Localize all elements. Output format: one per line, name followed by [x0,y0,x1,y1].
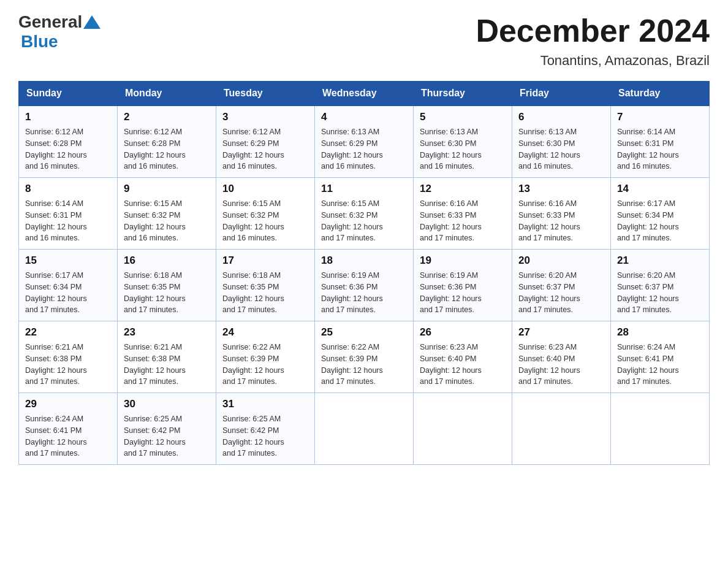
day-info: Sunrise: 6:18 AMSunset: 6:35 PMDaylight:… [222,270,308,316]
day-number: 30 [124,398,210,410]
day-info: Sunrise: 6:21 AMSunset: 6:38 PMDaylight:… [124,342,210,388]
day-number: 9 [124,183,210,195]
day-number: 22 [25,326,111,339]
day-number: 4 [321,111,407,123]
day-info: Sunrise: 6:13 AMSunset: 6:30 PMDaylight:… [518,126,604,172]
day-info: Sunrise: 6:25 AMSunset: 6:42 PMDaylight:… [124,413,210,459]
header-saturday: Saturday [611,82,710,106]
day-number: 8 [25,183,111,195]
calendar-cell: 23Sunrise: 6:21 AMSunset: 6:38 PMDayligh… [118,321,216,393]
day-number: 11 [321,183,407,195]
calendar-cell: 5Sunrise: 6:13 AMSunset: 6:30 PMDaylight… [414,105,512,178]
day-number: 24 [222,326,308,339]
logo-blue-text: Blue [21,32,58,52]
calendar-cell: 31Sunrise: 6:25 AMSunset: 6:42 PMDayligh… [216,393,315,465]
day-number: 25 [321,326,407,339]
calendar-cell: 28Sunrise: 6:24 AMSunset: 6:41 PMDayligh… [611,321,710,393]
day-info: Sunrise: 6:14 AMSunset: 6:31 PMDaylight:… [617,126,703,172]
calendar-cell: 12Sunrise: 6:16 AMSunset: 6:33 PMDayligh… [414,178,512,250]
logo: General Blue [18,12,100,52]
calendar-cell: 27Sunrise: 6:23 AMSunset: 6:40 PMDayligh… [512,321,611,393]
calendar-cell: 7Sunrise: 6:14 AMSunset: 6:31 PMDaylight… [611,105,710,178]
day-number: 29 [25,398,111,410]
calendar-cell: 8Sunrise: 6:14 AMSunset: 6:31 PMDaylight… [19,178,118,250]
header-monday: Monday [118,82,216,106]
calendar-week-4: 22Sunrise: 6:21 AMSunset: 6:38 PMDayligh… [19,321,710,393]
calendar-cell: 16Sunrise: 6:18 AMSunset: 6:35 PMDayligh… [118,250,216,321]
calendar-cell: 2Sunrise: 6:12 AMSunset: 6:28 PMDaylight… [118,105,216,178]
day-number: 13 [518,183,604,195]
calendar-week-5: 29Sunrise: 6:24 AMSunset: 6:41 PMDayligh… [19,393,710,465]
day-info: Sunrise: 6:12 AMSunset: 6:28 PMDaylight:… [124,126,210,172]
day-info: Sunrise: 6:15 AMSunset: 6:32 PMDaylight:… [222,198,308,244]
header-wednesday: Wednesday [315,82,414,106]
calendar-cell: 20Sunrise: 6:20 AMSunset: 6:37 PMDayligh… [512,250,611,321]
day-number: 1 [25,111,111,123]
calendar-cell: 17Sunrise: 6:18 AMSunset: 6:35 PMDayligh… [216,250,315,321]
day-number: 2 [124,111,210,123]
day-info: Sunrise: 6:24 AMSunset: 6:41 PMDaylight:… [617,342,703,388]
day-info: Sunrise: 6:25 AMSunset: 6:42 PMDaylight:… [222,413,308,459]
calendar-week-3: 15Sunrise: 6:17 AMSunset: 6:34 PMDayligh… [19,250,710,321]
day-info: Sunrise: 6:20 AMSunset: 6:37 PMDaylight:… [617,270,703,316]
day-number: 26 [420,326,506,339]
day-info: Sunrise: 6:12 AMSunset: 6:29 PMDaylight:… [222,126,308,172]
day-info: Sunrise: 6:15 AMSunset: 6:32 PMDaylight:… [124,198,210,244]
calendar-cell: 13Sunrise: 6:16 AMSunset: 6:33 PMDayligh… [512,178,611,250]
day-info: Sunrise: 6:16 AMSunset: 6:33 PMDaylight:… [420,198,506,244]
day-info: Sunrise: 6:23 AMSunset: 6:40 PMDaylight:… [420,342,506,388]
calendar-cell [512,393,611,465]
day-number: 21 [617,255,703,267]
day-info: Sunrise: 6:22 AMSunset: 6:39 PMDaylight:… [222,342,308,388]
day-number: 7 [617,111,703,123]
calendar-cell: 10Sunrise: 6:15 AMSunset: 6:32 PMDayligh… [216,178,315,250]
calendar-cell: 19Sunrise: 6:19 AMSunset: 6:36 PMDayligh… [414,250,512,321]
page-subtitle: Tonantins, Amazonas, Brazil [476,53,710,69]
day-info: Sunrise: 6:22 AMSunset: 6:39 PMDaylight:… [321,342,407,388]
calendar-cell: 21Sunrise: 6:20 AMSunset: 6:37 PMDayligh… [611,250,710,321]
calendar-cell: 14Sunrise: 6:17 AMSunset: 6:34 PMDayligh… [611,178,710,250]
calendar-cell [414,393,512,465]
calendar-header-row: SundayMondayTuesdayWednesdayThursdayFrid… [19,82,710,106]
day-info: Sunrise: 6:21 AMSunset: 6:38 PMDaylight:… [25,342,111,388]
day-info: Sunrise: 6:15 AMSunset: 6:32 PMDaylight:… [321,198,407,244]
day-info: Sunrise: 6:13 AMSunset: 6:30 PMDaylight:… [420,126,506,172]
calendar-cell: 30Sunrise: 6:25 AMSunset: 6:42 PMDayligh… [118,393,216,465]
day-number: 3 [222,111,308,123]
day-number: 18 [321,255,407,267]
day-info: Sunrise: 6:12 AMSunset: 6:28 PMDaylight:… [25,126,111,172]
logo-triangle-icon [83,15,100,29]
day-info: Sunrise: 6:19 AMSunset: 6:36 PMDaylight:… [420,270,506,316]
calendar-cell: 1Sunrise: 6:12 AMSunset: 6:28 PMDaylight… [19,105,118,178]
day-number: 6 [518,111,604,123]
calendar-cell: 11Sunrise: 6:15 AMSunset: 6:32 PMDayligh… [315,178,414,250]
page-header: General Blue December 2024 Tonantins, Am… [18,12,710,69]
page-title: December 2024 [476,12,710,49]
day-number: 20 [518,255,604,267]
title-section: December 2024 Tonantins, Amazonas, Brazi… [476,12,710,69]
calendar-cell: 15Sunrise: 6:17 AMSunset: 6:34 PMDayligh… [19,250,118,321]
header-friday: Friday [512,82,611,106]
header-sunday: Sunday [19,82,118,106]
day-number: 27 [518,326,604,339]
calendar-cell: 29Sunrise: 6:24 AMSunset: 6:41 PMDayligh… [19,393,118,465]
day-info: Sunrise: 6:19 AMSunset: 6:36 PMDaylight:… [321,270,407,316]
day-number: 14 [617,183,703,195]
day-info: Sunrise: 6:23 AMSunset: 6:40 PMDaylight:… [518,342,604,388]
calendar-cell: 24Sunrise: 6:22 AMSunset: 6:39 PMDayligh… [216,321,315,393]
calendar-cell: 4Sunrise: 6:13 AMSunset: 6:29 PMDaylight… [315,105,414,178]
day-info: Sunrise: 6:24 AMSunset: 6:41 PMDaylight:… [25,413,111,459]
day-info: Sunrise: 6:13 AMSunset: 6:29 PMDaylight:… [321,126,407,172]
calendar-table: SundayMondayTuesdayWednesdayThursdayFrid… [18,81,710,465]
calendar-cell: 18Sunrise: 6:19 AMSunset: 6:36 PMDayligh… [315,250,414,321]
day-number: 10 [222,183,308,195]
logo-general-text: General [18,12,82,32]
calendar-cell: 9Sunrise: 6:15 AMSunset: 6:32 PMDaylight… [118,178,216,250]
day-number: 5 [420,111,506,123]
calendar-cell [611,393,710,465]
day-number: 15 [25,255,111,267]
calendar-cell: 25Sunrise: 6:22 AMSunset: 6:39 PMDayligh… [315,321,414,393]
calendar-cell: 22Sunrise: 6:21 AMSunset: 6:38 PMDayligh… [19,321,118,393]
header-tuesday: Tuesday [216,82,315,106]
calendar-cell: 3Sunrise: 6:12 AMSunset: 6:29 PMDaylight… [216,105,315,178]
